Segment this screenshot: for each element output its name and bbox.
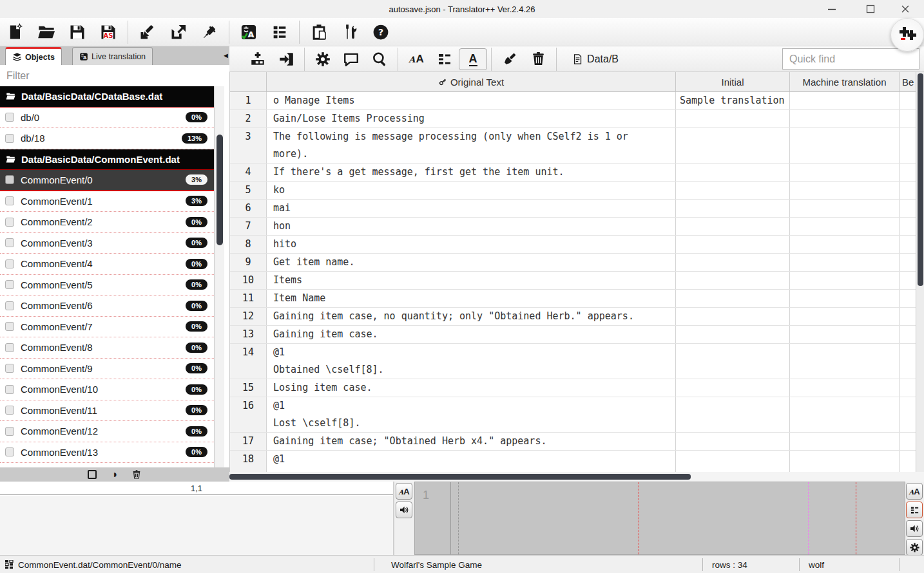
grid-cell-machine[interactable] [790,290,900,307]
grid-cell-original[interactable]: Losing item case. [267,379,676,397]
close-button[interactable] [890,0,920,18]
grid-cell-original[interactable]: o Manage Items [267,92,676,109]
grid-header-number[interactable] [230,72,267,91]
grid-cell-better[interactable] [900,379,916,397]
grid-row-number[interactable]: 8 [230,236,267,253]
tree-item[interactable]: CommonEvent/13 0% [0,442,214,464]
grid-cell-original[interactable]: @1 Obtained \cself[8] x\cself[1]. [267,451,676,472]
show-text-toggle-button[interactable]: A [459,48,487,70]
grid-cell-original[interactable]: The following is message processing (onl… [267,128,676,163]
grid-cell-original[interactable]: Get item name. [267,254,676,271]
grid-cell-better[interactable] [900,218,916,235]
grid-cell-original[interactable]: mai [267,200,676,217]
grid-cell-better[interactable] [900,272,916,289]
grid-cell-better[interactable] [900,128,916,163]
grid-cell-machine[interactable] [790,326,900,343]
tree-item-checkbox[interactable] [5,175,14,184]
tree-item-checkbox[interactable] [5,238,14,247]
grid-cell-initial[interactable] [676,182,790,199]
grid-vertical-scrollbar-thumb[interactable] [918,73,923,286]
grid-row-number[interactable]: 6 [230,200,267,217]
sidebar-scrollbar[interactable] [214,86,224,514]
grid-cell-initial[interactable] [676,326,790,343]
grid-row-number[interactable]: 7 [230,218,267,235]
tree-item[interactable]: CommonEvent/1 3% [0,191,214,212]
sidebar-scrollbar-thumb[interactable] [217,135,223,245]
open-project-button[interactable] [31,19,62,45]
grid-horizontal-scrollbar[interactable] [229,472,924,482]
quick-find-input[interactable] [782,48,919,70]
tree-item[interactable]: CommonEvent/9 0% [0,359,214,380]
tree-item-checkbox[interactable] [5,427,14,436]
editor-wrap-button[interactable] [906,502,923,518]
help-button[interactable]: ? [365,19,396,45]
cell-editor-area[interactable] [0,496,393,555]
collapse-sidebar-arrow[interactable]: ◄ [222,52,229,59]
grid-cell-original[interactable]: Gaining item case. [267,326,676,343]
inject-button[interactable] [194,19,225,45]
grid-cell-initial[interactable] [676,344,790,379]
save-as-button[interactable]: AS [93,19,124,45]
delete-selection-button[interactable] [131,469,142,480]
grid-cell-better[interactable] [900,254,916,271]
grid-row-number[interactable]: 12 [230,308,267,325]
grid-cell-original[interactable]: Gaining item case, no quantity; only "Ob… [267,308,676,325]
grid-cell-original[interactable]: Gain/Lose Items Processing [267,110,676,127]
grid-row-number[interactable]: 11 [230,290,267,307]
bottom-panel-divider[interactable] [393,482,394,555]
tree-item[interactable]: CommonEvent/4 0% [0,254,214,275]
grid-cell-original[interactable]: @1 Obtained \cself[8]. [267,344,676,379]
editor-settings-button[interactable] [906,539,923,556]
grid-settings-button[interactable] [309,48,337,71]
comment-button[interactable] [337,48,365,71]
grid-cell-original[interactable]: Gaining item case; "Obtained Herb x4." a… [267,433,676,450]
filter-input[interactable] [0,65,229,86]
grid-cell-initial[interactable] [676,110,790,127]
grid-row-number[interactable]: 3 [230,128,267,163]
grid-cell-original[interactable]: Items [267,272,676,289]
tree-item-checkbox[interactable] [5,301,14,310]
tree-item[interactable]: CommonEvent/12 0% [0,421,214,442]
tree-item[interactable]: db/18 13% [0,128,214,149]
grid-cell-better[interactable] [900,326,916,343]
tree-group-header[interactable]: Data/BasicData/CDataBase.dat [0,86,214,108]
grid-cell-machine[interactable] [790,128,900,163]
tree-item-checkbox[interactable] [5,447,14,456]
grid-cell-better[interactable] [900,164,916,181]
grid-cell-original[interactable]: Item Name [267,290,676,307]
grid-cell-machine[interactable] [790,182,900,199]
grid-header-machine[interactable]: Machine translation [790,72,900,91]
tree-item[interactable]: CommonEvent/8 0% [0,337,214,359]
new-project-button[interactable] [0,19,31,45]
grid-cell-machine[interactable] [790,200,900,217]
tree-item-checkbox[interactable] [5,218,14,227]
grid-cell-machine[interactable] [790,92,900,109]
grid-cell-better[interactable] [900,433,916,450]
grid-cell-better[interactable] [900,182,916,199]
tree-item[interactable]: CommonEvent/3 0% [0,233,214,254]
grid-row-number[interactable]: 10 [230,272,267,289]
grid-cell-initial[interactable] [676,272,790,289]
editor-speak-button[interactable] [906,520,923,537]
grid-cell-machine[interactable] [790,397,900,432]
grid-vertical-scrollbar[interactable] [916,72,924,472]
grid-row-number[interactable]: 1 [230,92,267,109]
batch-list-button[interactable] [264,19,295,45]
minimize-button[interactable] [817,0,847,18]
tree-item-checkbox[interactable] [5,406,14,415]
grid-cell-initial[interactable] [676,379,790,397]
tree-item-checkbox[interactable] [5,259,14,268]
grid-cell-machine[interactable] [790,218,900,235]
tab-objects[interactable]: Objects [5,47,62,65]
tree-item[interactable]: CommonEvent/10 0% [0,379,214,400]
grid-row-number[interactable]: 2 [230,110,267,127]
title-bar[interactable]: autosave.json - Translator++ Ver.2.4.26 [0,0,924,18]
grid-cell-initial[interactable] [676,218,790,235]
grid-cell-better[interactable] [900,110,916,127]
tree-group-header[interactable]: Data/BasicData/CommonEvent.dat [0,149,214,171]
clear-formatting-button[interactable] [496,48,524,71]
wrap-toggle-button[interactable] [430,48,459,71]
editor-font-button[interactable]: AA [396,483,412,500]
grid-row-number[interactable]: 4 [230,164,267,181]
grid-header-better[interactable]: Be [900,72,916,91]
